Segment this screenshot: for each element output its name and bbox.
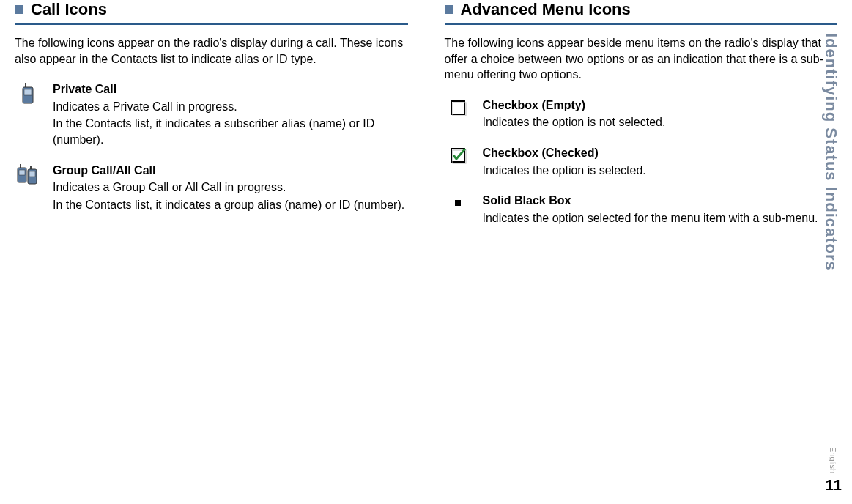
heading-bullet-icon	[445, 5, 453, 14]
icon-entry: Group Call/All Call Indicates a Group Ca…	[15, 163, 408, 215]
icon-text: Solid Black Box Indicates the option sel…	[483, 193, 838, 227]
page-number: 11	[826, 477, 842, 494]
icon-desc: Indicates a Group Call or All Call in pr…	[53, 179, 408, 196]
svg-rect-2	[24, 89, 32, 95]
icon-desc: Indicates the option is selected.	[483, 163, 838, 179]
left-heading: Call Icons	[15, 0, 408, 19]
left-heading-text: Call Icons	[31, 0, 107, 19]
icon-desc: Indicates a Private Call in progress.	[53, 99, 408, 115]
private-call-icon	[15, 81, 41, 105]
icon-text: Checkbox (Checked) Indicates the option …	[483, 145, 838, 179]
svg-rect-0	[25, 83, 26, 87]
icon-entry: Private Call Indicates a Private Call in…	[15, 81, 408, 149]
icon-text: Group Call/All Call Indicates a Group Ca…	[53, 163, 408, 215]
icon-desc: In the Contacts list, it indicates a gro…	[53, 197, 408, 213]
icon-desc: Indicates the option selected for the me…	[483, 210, 838, 226]
svg-rect-9	[451, 101, 464, 114]
heading-bullet-icon	[15, 5, 23, 14]
icon-title: Group Call/All Call	[53, 163, 408, 179]
icon-entry: Solid Black Box Indicates the option sel…	[445, 193, 838, 227]
right-intro: The following icons appear beside menu i…	[445, 35, 838, 83]
icon-desc: Indicates the option is not selected.	[483, 114, 838, 130]
right-heading-text: Advanced Menu Icons	[461, 0, 631, 19]
icon-title: Private Call	[53, 81, 408, 97]
icon-title: Checkbox (Checked)	[483, 145, 838, 161]
english-label: English	[829, 447, 837, 473]
svg-rect-5	[19, 170, 25, 175]
heading-rule	[15, 23, 408, 25]
icon-desc: In the Contacts list, it indicates a sub…	[53, 116, 408, 147]
svg-rect-6	[30, 166, 32, 169]
svg-rect-3	[20, 164, 21, 168]
icon-text: Checkbox (Empty) Indicates the option is…	[483, 97, 838, 132]
icon-title: Checkbox (Empty)	[483, 97, 838, 114]
svg-rect-13	[455, 200, 461, 206]
icon-entry: Checkbox (Empty) Indicates the option is…	[445, 97, 838, 132]
heading-rule	[445, 23, 838, 25]
checkbox-checked-icon	[445, 145, 471, 164]
checkbox-empty-icon	[445, 97, 471, 116]
svg-rect-8	[29, 171, 35, 177]
icon-title: Solid Black Box	[483, 193, 838, 209]
right-column: Advanced Menu Icons The following icons …	[445, 0, 838, 240]
icon-entry: Checkbox (Checked) Indicates the option …	[445, 145, 838, 179]
icon-text: Private Call Indicates a Private Call in…	[53, 81, 408, 149]
left-intro: The following icons appear on the radio'…	[15, 35, 408, 67]
solid-black-box-icon	[445, 193, 471, 212]
right-heading: Advanced Menu Icons	[445, 0, 838, 19]
group-call-icon	[15, 163, 41, 186]
left-column: Call Icons The following icons appear on…	[15, 0, 408, 240]
side-tab-label: Identifying Status Indicators	[821, 33, 840, 271]
